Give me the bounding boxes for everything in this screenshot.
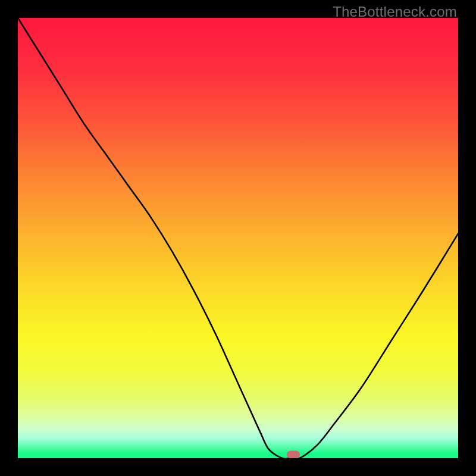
bottleneck-curve [18, 18, 458, 458]
chart-container: TheBottleneck.com [0, 0, 476, 476]
plot-area [18, 18, 458, 458]
optimum-marker [287, 451, 300, 458]
